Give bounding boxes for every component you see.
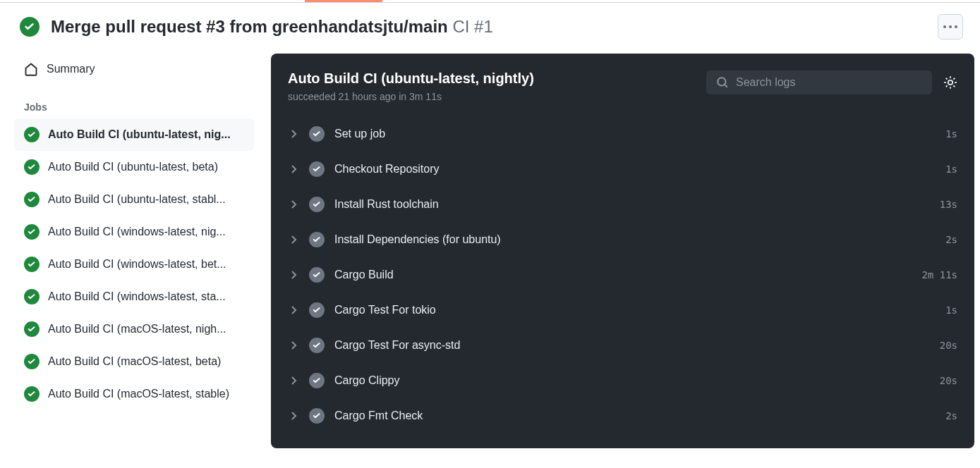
chevron-right-icon [288, 340, 299, 351]
more-options-button[interactable] [938, 14, 963, 39]
step-duration: 2s [945, 234, 957, 245]
step-item[interactable]: Checkout Repository 1s [288, 152, 957, 187]
page-header: Merge pull request #3 from greenhandatsj… [0, 2, 980, 54]
step-item[interactable]: Install Dependencies (for ubuntu) 2s [288, 222, 957, 257]
success-check-icon [309, 161, 325, 177]
step-name: Install Rust toolchain [334, 198, 930, 211]
sidebar-job-item[interactable]: Auto Build CI (windows-latest, bet... [14, 248, 254, 281]
job-label: Auto Build CI (ubuntu-latest, beta) [48, 161, 218, 173]
svg-point-10 [718, 78, 725, 85]
job-subtitle: succeeded 21 hours ago in 3m 11s [288, 91, 534, 102]
success-check-icon [24, 127, 40, 142]
step-item[interactable]: Install Rust toolchain 13s [288, 187, 957, 222]
job-label: Auto Build CI (ubuntu-latest, nig... [48, 128, 231, 141]
sidebar-job-item[interactable]: Auto Build CI (ubuntu-latest, stabl... [14, 183, 254, 216]
steps-list: Set up job 1s Checkout Repository 1s Ins… [271, 116, 974, 433]
step-item[interactable]: Set up job 1s [288, 116, 957, 152]
sidebar-summary-link[interactable]: Summary [14, 54, 254, 85]
success-check-icon [309, 338, 325, 353]
header-left: Merge pull request #3 from greenhandatsj… [20, 17, 493, 37]
job-title: Auto Build CI (ubuntu-latest, nightly) [288, 70, 534, 87]
home-icon [24, 62, 38, 76]
chevron-right-icon [288, 164, 299, 175]
content-header: Auto Build CI (ubuntu-latest, nightly) s… [271, 70, 974, 116]
success-check-icon [24, 354, 40, 369]
chevron-right-icon [288, 304, 299, 316]
job-label: Auto Build CI (ubuntu-latest, stabl... [48, 193, 226, 206]
step-item[interactable]: Cargo Build 2m 11s [288, 257, 957, 292]
success-check-icon [309, 302, 325, 318]
success-check-icon [24, 257, 40, 272]
success-check-icon [309, 373, 325, 388]
success-check-icon [309, 126, 325, 142]
step-name: Cargo Test For async-std [334, 339, 930, 352]
sidebar-job-item[interactable]: Auto Build CI (macOS-latest, stable) [14, 378, 254, 410]
job-label: Auto Build CI (macOS-latest, beta) [48, 355, 221, 368]
success-check-icon [309, 267, 325, 283]
search-icon [716, 76, 729, 89]
sidebar-job-item[interactable]: Auto Build CI (windows-latest, sta... [14, 281, 254, 313]
summary-label: Summary [47, 63, 95, 75]
step-duration: 20s [940, 340, 957, 351]
success-check-icon [20, 17, 40, 37]
sidebar-job-item[interactable]: Auto Build CI (ubuntu-latest, nig... [14, 118, 254, 151]
step-name: Cargo Build [334, 269, 912, 281]
top-border [0, 0, 980, 2]
title-suffix: CI #1 [452, 17, 492, 36]
success-check-icon [24, 289, 40, 304]
job-label: Auto Build CI (windows-latest, sta... [48, 290, 226, 303]
chevron-right-icon [288, 128, 299, 140]
step-item[interactable]: Cargo Fmt Check 2s [288, 398, 957, 433]
job-label: Auto Build CI (windows-latest, nig... [48, 226, 226, 238]
page-title: Merge pull request #3 from greenhandatsj… [51, 17, 493, 37]
gear-icon[interactable] [943, 75, 957, 90]
sidebar: Summary Jobs Auto Build CI (ubuntu-lates… [14, 54, 254, 448]
success-check-icon [24, 192, 40, 207]
step-name: Install Dependencies (for ubuntu) [334, 233, 936, 246]
success-check-icon [309, 197, 325, 212]
chevron-right-icon [288, 199, 299, 210]
step-name: Checkout Repository [334, 163, 936, 176]
job-title-block: Auto Build CI (ubuntu-latest, nightly) s… [288, 70, 534, 102]
success-check-icon [24, 224, 40, 240]
chevron-right-icon [288, 269, 299, 281]
main-container: Summary Jobs Auto Build CI (ubuntu-lates… [0, 54, 980, 448]
job-label: Auto Build CI (windows-latest, bet... [48, 258, 226, 271]
title-main: Merge pull request #3 from greenhandatsj… [51, 17, 448, 36]
success-check-icon [24, 386, 40, 402]
success-check-icon [309, 232, 325, 247]
sidebar-job-item[interactable]: Auto Build CI (windows-latest, nig... [14, 216, 254, 248]
kebab-icon [943, 25, 957, 28]
content-panel: Auto Build CI (ubuntu-latest, nightly) s… [271, 54, 974, 448]
success-check-icon [24, 159, 40, 175]
step-duration: 2s [945, 410, 957, 421]
content-header-right [706, 70, 957, 94]
success-check-icon [309, 408, 325, 424]
search-box[interactable] [706, 70, 932, 94]
step-duration: 13s [940, 199, 957, 210]
step-duration: 1s [945, 304, 957, 316]
chevron-right-icon [288, 234, 299, 245]
top-border-accent [305, 0, 382, 2]
svg-point-11 [948, 80, 952, 85]
step-duration: 1s [945, 164, 957, 175]
step-duration: 2m 11s [921, 269, 957, 281]
step-name: Cargo Test For tokio [334, 304, 936, 316]
step-item[interactable]: Cargo Test For async-std 20s [288, 328, 957, 363]
success-check-icon [24, 321, 40, 337]
step-name: Set up job [334, 128, 936, 140]
step-duration: 1s [945, 128, 957, 140]
chevron-right-icon [288, 375, 299, 386]
step-item[interactable]: Cargo Clippy 20s [288, 363, 957, 398]
sidebar-job-item[interactable]: Auto Build CI (ubuntu-latest, beta) [14, 151, 254, 183]
chevron-right-icon [288, 410, 299, 421]
jobs-section-label: Jobs [14, 85, 254, 118]
jobs-list: Auto Build CI (ubuntu-latest, nig... Aut… [14, 118, 254, 410]
search-input[interactable] [736, 76, 922, 89]
step-duration: 20s [940, 375, 957, 386]
step-name: Cargo Fmt Check [334, 410, 936, 422]
step-name: Cargo Clippy [334, 374, 930, 387]
sidebar-job-item[interactable]: Auto Build CI (macOS-latest, nigh... [14, 313, 254, 345]
step-item[interactable]: Cargo Test For tokio 1s [288, 292, 957, 328]
sidebar-job-item[interactable]: Auto Build CI (macOS-latest, beta) [14, 345, 254, 378]
